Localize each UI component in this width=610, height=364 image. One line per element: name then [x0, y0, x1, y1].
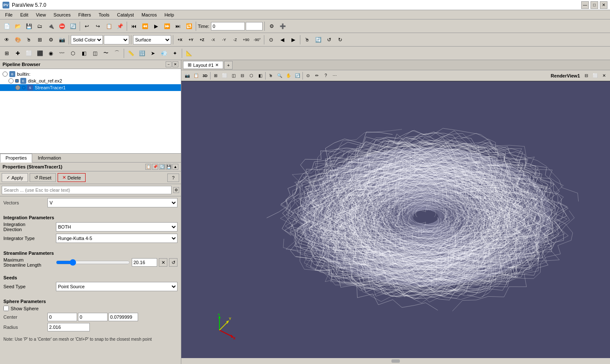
next-cam-button[interactable]: ▶	[288, 35, 298, 45]
orient-nx-button[interactable]: -X	[208, 35, 218, 45]
streamline-reset-btn[interactable]: ↺	[169, 258, 177, 267]
vt-reset-cam-btn[interactable]: ⊙	[304, 72, 312, 80]
threshold-button[interactable]: ◧	[79, 48, 89, 58]
seed-type-select[interactable]: Point Source Line Plane Source	[56, 282, 177, 291]
vt-view3-btn[interactable]: ◫	[229, 72, 238, 80]
play-prev-button[interactable]: ⏪	[140, 21, 150, 31]
measure-button[interactable]: 📏	[126, 48, 136, 58]
orient-x-button[interactable]: +X	[175, 35, 185, 45]
props-refresh-btn[interactable]: 🔄	[159, 164, 165, 170]
time-input[interactable]	[211, 22, 245, 30]
axes-button[interactable]: ✚	[13, 48, 23, 58]
vt-zoom-btn[interactable]: 🔍	[275, 72, 284, 80]
stream-button[interactable]: 〜	[101, 48, 111, 58]
center-y-input[interactable]	[78, 313, 108, 321]
layout-tab-1[interactable]: ⊞ Layout #1 ✕	[183, 61, 223, 69]
play-button[interactable]: ▶	[151, 21, 161, 31]
add-filter-button[interactable]: ➕	[277, 21, 288, 31]
orient-ny-button[interactable]: -Y	[219, 35, 229, 45]
sphere-button[interactable]: ◉	[46, 48, 56, 58]
vt-view1-btn[interactable]: ⊞	[211, 72, 220, 80]
camera-button[interactable]: 📷	[57, 35, 67, 45]
grid-button[interactable]: ⊞	[2, 48, 12, 58]
apply-button[interactable]: ✓ Apply	[2, 173, 28, 182]
menu-item-sources[interactable]: Sources	[50, 11, 74, 18]
particle-button[interactable]: ✦	[170, 48, 180, 58]
play-next-button[interactable]: ⏩	[162, 21, 172, 31]
menu-item-help[interactable]: Help	[161, 11, 177, 18]
menu-item-edit[interactable]: Edit	[17, 11, 32, 18]
calc-button[interactable]: 🔢	[137, 48, 147, 58]
reload-button[interactable]: 🔄	[68, 21, 78, 31]
cube2-button[interactable]: ⬛	[35, 48, 45, 58]
streamline-slider[interactable]	[56, 259, 130, 265]
streamline-clear-btn[interactable]: ✕	[159, 258, 167, 267]
integrator-type-select[interactable]: Runge-Kutta 4-5 Runge-Kutta 2 Runge-Kutt…	[56, 234, 177, 243]
center-x-input[interactable]	[47, 313, 77, 321]
vt-interact-btn[interactable]: 🖱	[266, 72, 275, 80]
vt-view2-btn[interactable]: ⬜	[220, 72, 229, 80]
vt-close-btn[interactable]: ✕	[600, 72, 608, 80]
slice-button[interactable]: ⬡	[68, 48, 78, 58]
pipeline-item-builtin[interactable]: B builtin:	[0, 71, 181, 77]
vt-3d-btn[interactable]: 3D	[201, 72, 209, 80]
menu-item-tools[interactable]: Tools	[95, 11, 113, 18]
copy-button[interactable]: 📋	[104, 21, 114, 31]
refresh3-button[interactable]: ↻	[335, 35, 345, 45]
tab-information[interactable]: Information	[32, 154, 67, 162]
search-settings-btn[interactable]: ⚙	[173, 187, 179, 193]
integration-direction-select[interactable]: BOTH FORWARD BACKWARD	[56, 222, 177, 232]
viewport[interactable]: Z X Y	[181, 81, 610, 364]
menu-item-macros[interactable]: Macros	[138, 11, 160, 18]
settings-button[interactable]: ⚙	[266, 21, 277, 31]
refresh2-button[interactable]: ↺	[324, 35, 334, 45]
vt-copy-btn[interactable]: 📋	[192, 72, 200, 80]
viewport-scrollbar[interactable]	[181, 358, 610, 364]
undo-button[interactable]: ↩	[82, 21, 92, 31]
saveas-button[interactable]: 🗂	[35, 21, 45, 31]
vt-pan-btn[interactable]: ✋	[284, 72, 293, 80]
surface-selector[interactable]: Surface	[133, 35, 171, 44]
reset-button[interactable]: ↺ Reset	[30, 173, 56, 182]
paste-button[interactable]: 📌	[115, 21, 125, 31]
vt-view4-btn[interactable]: ⊟	[238, 72, 247, 80]
radius-input[interactable]	[47, 323, 90, 331]
scrollbar-thumb[interactable]	[391, 359, 400, 363]
array-selector[interactable]	[104, 35, 129, 44]
orient-90-button[interactable]: +90	[241, 35, 251, 45]
minimize-button[interactable]: —	[581, 1, 589, 9]
contour-button[interactable]: 〰	[57, 48, 67, 58]
props-scroll-up[interactable]: ▲	[172, 164, 178, 170]
ruler-button[interactable]: 📐	[184, 48, 194, 58]
tab-properties[interactable]: Properties	[0, 154, 32, 163]
show-sphere-checkbox[interactable]	[3, 306, 9, 311]
prev-cam-button[interactable]: ◀	[277, 35, 287, 45]
disconnect-button[interactable]: ⛔	[57, 21, 67, 31]
orient-n90-button[interactable]: -90°	[252, 35, 262, 45]
vt-fullscreen-btn[interactable]: ⬜	[591, 72, 599, 80]
pipeline-item-disk[interactable]: E disk_out_ref.ex2	[0, 77, 181, 84]
vt-rotate-btn[interactable]: 🔃	[293, 72, 302, 80]
vt-view6-btn[interactable]: ◧	[256, 72, 264, 80]
stream2-button[interactable]: 💨	[159, 48, 169, 58]
streamline-value-input[interactable]	[132, 258, 157, 267]
menu-item-file[interactable]: File	[2, 11, 16, 18]
search-input[interactable]	[2, 186, 172, 194]
props-save-btn[interactable]: 💾	[166, 164, 172, 170]
pipeline-item-streamtracer[interactable]: S StreamTracer1	[0, 84, 181, 91]
center-z-input[interactable]	[108, 313, 138, 321]
loop-button[interactable]: 🔁	[184, 21, 194, 31]
cube-button[interactable]: ⬜	[24, 48, 34, 58]
vt-more-btn[interactable]: ⋯	[330, 72, 339, 80]
color-button[interactable]: 🎨	[13, 35, 23, 45]
vt-screenshot-btn[interactable]: 📷	[183, 72, 191, 80]
orient-z-button[interactable]: +Z	[197, 35, 207, 45]
menu-item-catalyst[interactable]: Catalyst	[114, 11, 137, 18]
open-button[interactable]: 📂	[13, 21, 23, 31]
time-step-input[interactable]	[246, 22, 263, 30]
play-last-button[interactable]: ⏭	[173, 21, 183, 31]
glyph-button[interactable]: ➤	[148, 48, 158, 58]
refresh-button[interactable]: 🔄	[313, 35, 323, 45]
select-button[interactable]: ⊞	[35, 35, 45, 45]
vt-view5-btn[interactable]: ⬡	[247, 72, 255, 80]
